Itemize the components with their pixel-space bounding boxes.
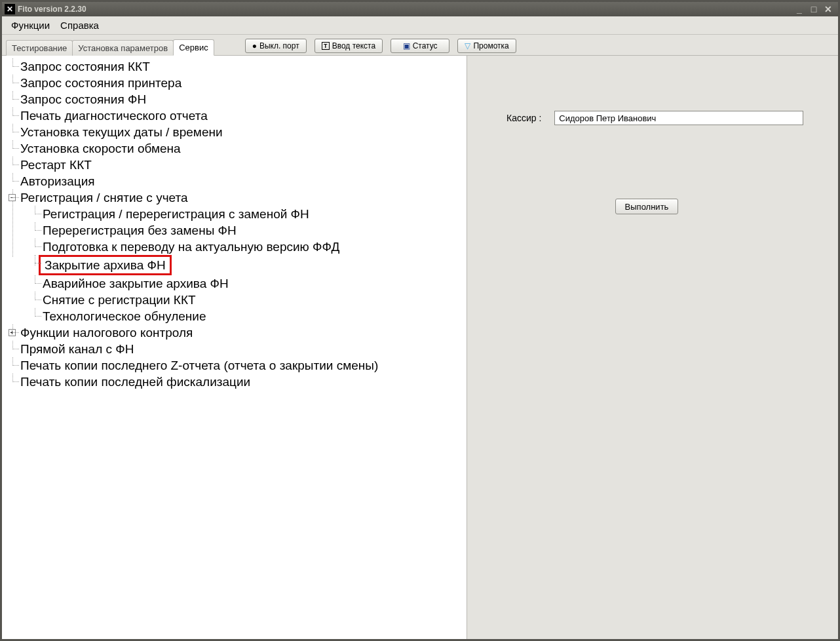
power-icon: ● — [252, 41, 257, 50]
tab-testing[interactable]: Тестирование — [6, 40, 73, 56]
tree-item[interactable]: Установка текущих даты / времени — [9, 124, 465, 140]
button-label: Выкл. порт — [259, 41, 299, 50]
tree-item-label: Прямой канал с ФН — [20, 342, 134, 356]
right-panel: Кассир : Выполнить — [467, 56, 838, 639]
scroll-icon: ▽ — [465, 41, 470, 50]
tab-params[interactable]: Установка параметров — [72, 40, 174, 56]
tree-panel: Запрос состояния ККТЗапрос состояния при… — [2, 56, 467, 639]
tree-item[interactable]: Аварийное закрытие архива ФН — [31, 275, 465, 292]
menu-help[interactable]: Справка — [56, 17, 103, 33]
tree-item[interactable]: Закрытие архива ФН — [31, 255, 465, 275]
text-input-button[interactable]: T Ввод текста — [315, 39, 383, 53]
text-icon: T — [322, 42, 330, 50]
button-label: Промотка — [473, 41, 508, 50]
tree-item[interactable]: Авторизация — [9, 173, 465, 189]
tree-item-label: Перерегистрация без замены ФН — [43, 223, 237, 237]
maximize-button[interactable]: □ — [809, 5, 818, 14]
tree-item-label: Технологическое обнуление — [43, 309, 206, 323]
tree-item-label: Установка скорости обмена — [20, 142, 181, 155]
app-window: ✕ Fito version 2.2.30 _ □ ✕ Функции Спра… — [0, 0, 840, 641]
feed-button[interactable]: ▽ Промотка — [457, 39, 516, 53]
tree-item-label: Регистрация / снятие с учета — [20, 191, 188, 204]
monitor-icon: ▣ — [403, 41, 410, 50]
collapse-icon[interactable]: − — [9, 194, 16, 201]
tree-item-label: Рестарт ККТ — [20, 158, 92, 172]
tree-item[interactable]: Запрос состояния ККТ — [9, 58, 465, 75]
tree-item-label: Запрос состояния принтера — [20, 76, 181, 90]
tree-item[interactable]: Регистрация / перерегистрация с заменой … — [31, 206, 465, 222]
tree-item[interactable]: Запрос состояния принтера — [9, 75, 465, 91]
tree-item-label: Закрытие архива ФН — [39, 255, 172, 275]
toolbar: ● Выкл. порт T Ввод текста ▣ Статус ▽ Пр… — [245, 36, 516, 55]
tree-item-label: Подготовка к переводу на актуальную верс… — [43, 240, 339, 254]
service-tree: Запрос состояния ККТЗапрос состояния при… — [9, 58, 465, 390]
button-label: Статус — [413, 41, 438, 50]
tree-item[interactable]: −Регистрация / снятие с учетаРегистрация… — [9, 189, 465, 324]
button-label: Ввод текста — [332, 41, 375, 50]
toggle-port-button[interactable]: ● Выкл. порт — [245, 39, 307, 53]
tree-item-label: Функции налогового контроля — [20, 326, 193, 340]
tree-item[interactable]: Подготовка к переводу на актуальную верс… — [31, 239, 465, 255]
tree-item[interactable]: +Функции налогового контроля — [9, 324, 465, 341]
minimize-button[interactable]: _ — [795, 5, 804, 14]
tree-item[interactable]: Прямой канал с ФН — [9, 341, 465, 357]
execute-label: Выполнить — [625, 202, 669, 212]
cashier-label: Кассир : — [506, 113, 541, 123]
tree-item-label: Печать копии последней фискализации — [20, 375, 250, 389]
app-icon: ✕ — [5, 4, 15, 14]
tree-item-label: Установка текущих даты / времени — [20, 125, 223, 139]
topbar: Тестирование Установка параметров Сервис… — [2, 35, 838, 56]
tree-item-label: Авторизация — [20, 174, 95, 188]
titlebar: ✕ Fito version 2.2.30 _ □ ✕ — [2, 2, 838, 16]
tree-item-label: Снятие с регистрации ККТ — [43, 293, 196, 307]
content-area: Запрос состояния ККТЗапрос состояния при… — [2, 56, 838, 639]
tree-item[interactable]: Снятие с регистрации ККТ — [31, 292, 465, 308]
tree-item[interactable]: Перерегистрация без замены ФН — [31, 222, 465, 239]
tree-item-label: Аварийное закрытие архива ФН — [43, 277, 229, 290]
menubar: Функции Справка — [2, 16, 838, 35]
tree-item-label: Регистрация / перерегистрация с заменой … — [43, 207, 309, 221]
tree-item-label: Печать копии последнего Z-отчета (отчета… — [20, 359, 378, 372]
tree-item-label: Запрос состояния ФН — [20, 92, 146, 106]
window-title: Fito version 2.2.30 — [18, 5, 795, 14]
tree-item[interactable]: Печать диагностического отчета — [9, 107, 465, 124]
execute-button[interactable]: Выполнить — [615, 199, 678, 214]
expand-icon[interactable]: + — [9, 329, 16, 336]
tree-item[interactable]: Печать копии последнего Z-отчета (отчета… — [9, 357, 465, 374]
tab-strip: Тестирование Установка параметров Сервис — [6, 36, 214, 55]
cashier-input[interactable] — [554, 111, 803, 125]
status-button[interactable]: ▣ Статус — [391, 39, 449, 53]
tree-item[interactable]: Рестарт ККТ — [9, 157, 465, 173]
tab-service[interactable]: Сервис — [173, 39, 214, 56]
cashier-row: Кассир : — [506, 111, 803, 125]
close-button[interactable]: ✕ — [824, 5, 833, 14]
tree-item[interactable]: Установка скорости обмена — [9, 140, 465, 157]
tree-item[interactable]: Запрос состояния ФН — [9, 91, 465, 107]
tree-item-label: Запрос состояния ККТ — [20, 60, 150, 73]
tree-item[interactable]: Печать копии последней фискализации — [9, 374, 465, 390]
menu-functions[interactable]: Функции — [7, 17, 54, 33]
tree-item-label: Печать диагностического отчета — [20, 109, 208, 123]
tree-item[interactable]: Технологическое обнуление — [31, 308, 465, 324]
